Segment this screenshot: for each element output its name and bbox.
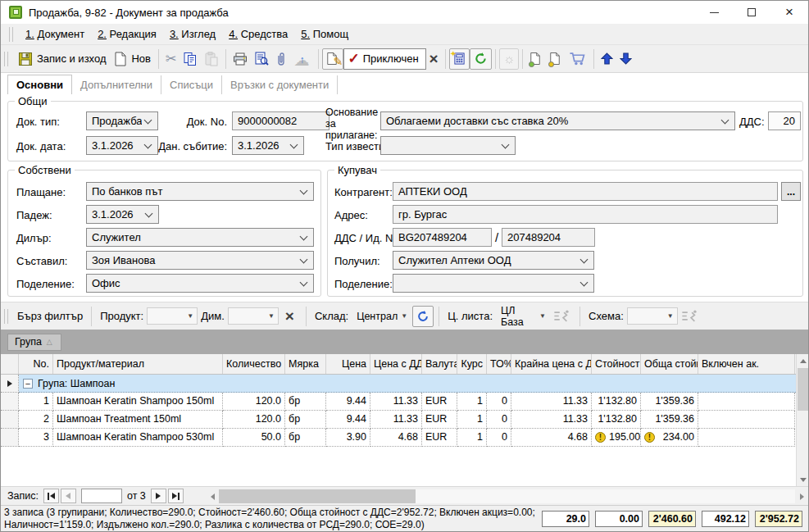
group-by-chip[interactable]: Група △: [7, 334, 61, 351]
dealer-select[interactable]: Служител: [86, 228, 314, 247]
column-header-final[interactable]: Крайна цена с ДДС: [511, 354, 592, 374]
grid-horizontal-scrollbar[interactable]: [206, 489, 808, 503]
maximize-button[interactable]: [733, 1, 770, 24]
minimize-button[interactable]: [695, 1, 733, 24]
move-down-button[interactable]: [616, 48, 635, 70]
print-button[interactable]: [230, 48, 251, 70]
payment-select[interactable]: По банков път: [86, 182, 314, 201]
contractor-field[interactable]: АПТЕКИ ООД: [393, 182, 778, 201]
column-header-currency[interactable]: Валута: [422, 354, 457, 374]
quick-filter-button[interactable]: Бърз филтър: [17, 310, 83, 322]
tab-2[interactable]: Допълнителни: [72, 75, 161, 94]
cloud-upload-button[interactable]: ☁ ↑: [290, 48, 315, 70]
column-header-no[interactable]: No.: [19, 354, 53, 374]
collapse-group-icon[interactable]: −: [23, 379, 33, 389]
refresh-button[interactable]: [470, 48, 492, 70]
cart-button[interactable]: [566, 48, 590, 70]
column-header-price_vat[interactable]: Цена с ДДС: [370, 354, 422, 374]
grid-vertical-scrollbar[interactable]: [796, 354, 809, 486]
tab-3[interactable]: Списъци: [161, 75, 222, 94]
move-up-button[interactable]: [598, 48, 616, 70]
column-header-value[interactable]: Стойност: [592, 354, 641, 374]
recalculate-button[interactable]: ✦: [449, 48, 470, 70]
menu-item[interactable]: 2. Редакция: [91, 25, 163, 43]
refresh-icon: [474, 52, 488, 66]
menu-item[interactable]: 4. Средства: [222, 25, 294, 43]
next-record-button[interactable]: [151, 489, 166, 503]
vat-number-field[interactable]: BG207489204: [393, 228, 492, 247]
clear-filter-button[interactable]: ×: [279, 308, 301, 324]
column-header-unit[interactable]: Мярка: [285, 354, 326, 374]
contractor-browse-button[interactable]: ...: [781, 182, 801, 201]
record-position-input[interactable]: [81, 489, 122, 503]
column-header-qty[interactable]: Количество: [223, 354, 285, 374]
column-header-rate[interactable]: Курс: [457, 354, 487, 374]
pricelist-select[interactable]: ЦЛ База▼: [496, 307, 550, 325]
menu-item[interactable]: 3. Изглед: [163, 25, 222, 43]
group-row[interactable]: −Група: Шампоан: [1, 375, 796, 393]
vat-field[interactable]: 20: [768, 111, 801, 130]
dim-filter-select[interactable]: ▼: [228, 307, 279, 325]
notice-type-select[interactable]: [380, 136, 516, 155]
first-record-button[interactable]: [43, 489, 59, 503]
product-filter-select[interactable]: ▼: [147, 307, 198, 325]
attach-button[interactable]: [272, 48, 290, 70]
column-header-price[interactable]: Цена: [326, 354, 370, 374]
total-box-4: 492.12: [702, 511, 749, 527]
scroll-left-icon[interactable]: [206, 489, 219, 503]
row-selector-cell[interactable]: [1, 411, 19, 429]
apply-scheme-icon[interactable]: [681, 310, 699, 322]
receiver-select[interactable]: Служител Аптеки ООД: [393, 251, 594, 270]
menu-item[interactable]: 5. Помощ: [294, 25, 355, 43]
table-row[interactable]: 2Шампоан Treatment 150ml120.0бр9.4411.33…: [1, 411, 796, 429]
scroll-up-icon[interactable]: [797, 354, 809, 367]
column-header-product[interactable]: Продукт/материал: [53, 354, 223, 374]
doc-type-select[interactable]: Продажба: [86, 111, 158, 130]
close-button[interactable]: ×: [770, 1, 808, 24]
scroll-right-icon[interactable]: [795, 489, 808, 503]
warehouse-select[interactable]: Централ▼: [352, 307, 407, 325]
new-document-button[interactable]: Нов: [110, 48, 155, 70]
edit-button[interactable]: ✎: [322, 48, 343, 70]
column-header-excise[interactable]: Включен ак.: [698, 354, 795, 374]
due-date-select[interactable]: 3.1.2026: [86, 205, 159, 224]
doc-date-select[interactable]: 3.1.2026: [86, 136, 158, 155]
column-header-total[interactable]: Обща стойн...: [641, 354, 698, 374]
basis-select[interactable]: Облагаеми доставки със ставка 20%: [380, 111, 735, 130]
pricelist-label: Ц. листа:: [448, 310, 493, 322]
division-own-select[interactable]: Офис: [86, 274, 314, 293]
apply-pricelist-icon[interactable]: [553, 310, 571, 322]
table-row[interactable]: 3Шампоан Keratin Shampoo 530ml50.0бр3.90…: [1, 429, 796, 447]
previous-record-button[interactable]: [61, 489, 76, 503]
cut-button[interactable]: ✂: [162, 48, 180, 70]
vertical-scroll-thumb[interactable]: [798, 368, 809, 411]
delete-button[interactable]: ×: [426, 48, 442, 70]
division-buyer-select[interactable]: [393, 274, 594, 293]
row-selector-cell[interactable]: [1, 393, 19, 411]
horizontal-scroll-thumb[interactable]: [219, 489, 416, 503]
last-record-button[interactable]: [168, 489, 184, 503]
save-exit-button[interactable]: Запис и изход: [14, 48, 110, 70]
scroll-down-icon[interactable]: [797, 473, 809, 486]
settings-button[interactable]: ☼: [499, 48, 520, 70]
menu-item[interactable]: 1. Документ: [19, 25, 91, 43]
doc-no-field[interactable]: 9000000082: [232, 111, 330, 130]
scheme-label: Схема:: [589, 310, 624, 322]
tab-4[interactable]: Връзки с документи: [222, 75, 338, 94]
copy-document-alt-button[interactable]: [546, 48, 566, 70]
copy-document-button[interactable]: [526, 48, 546, 70]
column-header-to[interactable]: ТО%: [487, 354, 511, 374]
table-row[interactable]: 1Шампоан Keratin Shampoo 150ml120.0бр9.4…: [1, 393, 796, 411]
tab-1[interactable]: Основни: [7, 75, 72, 94]
row-selector-cell[interactable]: [1, 429, 19, 447]
paste-button[interactable]: [201, 48, 222, 70]
author-select[interactable]: Зоя Иванова: [86, 251, 314, 270]
id-number-field[interactable]: 207489204: [502, 228, 595, 247]
copy-button[interactable]: [180, 48, 201, 70]
tax-event-select[interactable]: 3.1.2026: [232, 136, 304, 155]
address-field[interactable]: гр. Бургас: [393, 205, 778, 224]
print-preview-button[interactable]: [251, 48, 272, 70]
finished-toggle[interactable]: ✓ Приключен: [343, 48, 425, 70]
scheme-select[interactable]: ▼: [627, 307, 678, 325]
warehouse-refresh-button[interactable]: [412, 306, 434, 327]
